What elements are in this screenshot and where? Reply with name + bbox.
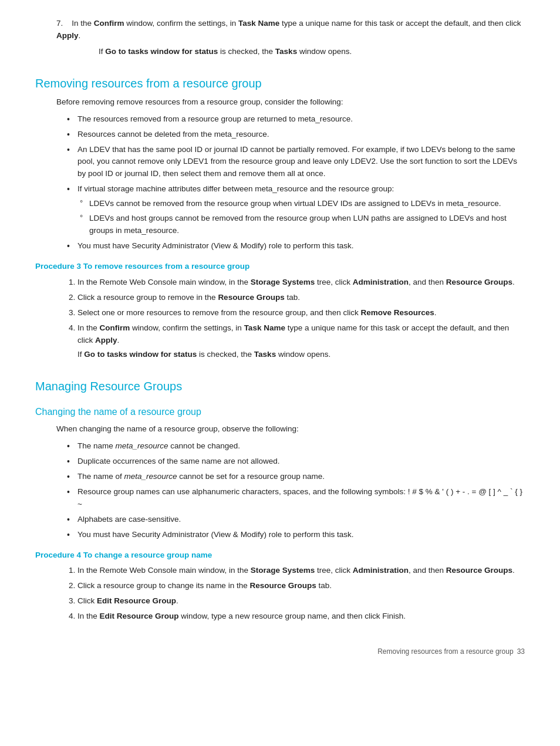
list-item: LDEVs cannot be removed from the resourc… (89, 198, 525, 210)
list-item: The resources removed from a resource gr… (77, 113, 525, 126)
proc3-step4: In the Confirm window, confirm the setti… (77, 322, 525, 362)
step7-container: 7. In the Confirm window, confirm the se… (56, 18, 525, 42)
proc4-heading: Procedure 4 To change a resource group n… (35, 549, 525, 562)
proc3-heading: Procedure 3 To remove resources from a r… (35, 261, 525, 273)
step7-number: 7. (56, 19, 70, 28)
footer-page: 33 (517, 646, 525, 657)
list-item: Alphabets are case-sensitive. (77, 514, 525, 526)
list-item: An LDEV that has the same pool ID or jou… (77, 144, 525, 181)
section2-intro: When changing the name of a resource gro… (56, 423, 525, 436)
proc3-if-line: If Go to tasks window for status is chec… (77, 349, 525, 361)
list-item: You must have Security Administrator (Vi… (77, 240, 525, 252)
section1-intro: Before removing remove resources from a … (56, 96, 525, 109)
page-footer: Removing resources from a resource group… (35, 646, 525, 657)
proc3-step2: Click a resource group to remove in the … (77, 292, 525, 304)
proc3-step3: Select one or more resources to remove f… (77, 307, 525, 319)
section1-bullet-list: The resources removed from a resource gr… (77, 113, 525, 252)
list-item: LDEVs and host groups cannot be removed … (89, 212, 525, 237)
proc4-step4: In the Edit Resource Group window, type … (77, 610, 525, 623)
sub-bullet-list: LDEVs cannot be removed from the resourc… (89, 198, 525, 237)
proc4-list: In the Remote Web Console main window, i… (77, 565, 525, 623)
list-item: The name of meta_resource cannot be set … (77, 471, 525, 483)
list-item: Duplicate occurrences of the same name a… (77, 455, 525, 468)
list-item: The name meta_resource cannot be changed… (77, 440, 525, 453)
step7-text: In the Confirm window, confirm the setti… (56, 19, 521, 40)
section2-heading: Managing Resource Groups (35, 377, 525, 396)
list-item: If virtual storage machine attributes di… (77, 183, 525, 237)
proc4-step2: Click a resource group to change its nam… (77, 580, 525, 592)
section1-heading: Removing resources from a resource group (35, 75, 525, 93)
section2-bullet-list: The name meta_resource cannot be changed… (77, 440, 525, 541)
list-item: You must have Security Administrator (Vi… (77, 529, 525, 541)
list-item: Resources cannot be deleted from the met… (77, 129, 525, 141)
step7-if-line: If Go to tasks window for status is chec… (99, 46, 525, 58)
proc3-list: In the Remote Web Console main window, i… (77, 276, 525, 362)
footer-label: Removing resources from a resource group (377, 646, 513, 657)
list-item: Resource group names can use alphanumeri… (77, 486, 525, 511)
proc4-step3: Click Edit Resource Group. (77, 595, 525, 607)
proc4-step1: In the Remote Web Console main window, i… (77, 565, 525, 577)
subsection2-heading: Changing the name of a resource group (35, 405, 525, 420)
proc3-step1: In the Remote Web Console main window, i… (77, 276, 525, 289)
